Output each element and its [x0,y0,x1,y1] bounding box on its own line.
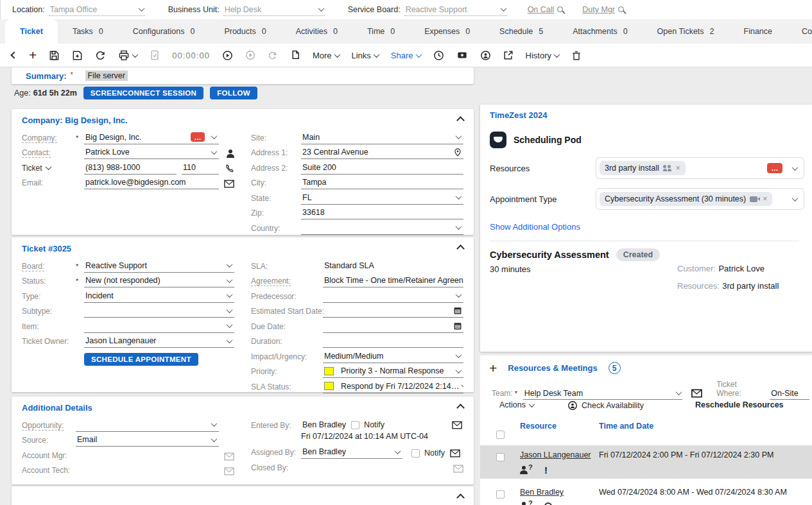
back-button[interactable] [12,53,17,58]
address1-input[interactable]: 23 Central Avenue [301,146,463,159]
expense-button[interactable] [456,50,468,60]
phone-icon[interactable] [225,164,234,173]
timezest-title[interactable]: TimeZest 2024 [490,110,547,120]
item-input[interactable] [84,320,234,333]
phone-input[interactable]: (813) 988-1000 [84,161,177,175]
priority-input[interactable]: Priority 3 - Normal Response [323,364,463,378]
location-pin-icon[interactable] [453,148,462,157]
resource-name-link[interactable]: Ben Bradley [520,488,564,497]
impact-urgency-input[interactable]: Medium/Medium [323,350,463,363]
opportunity-label[interactable]: Opportunity: [22,421,64,431]
start-timer-button[interactable] [222,50,233,61]
phone-ext-input[interactable]: 110 [182,161,219,175]
email-input[interactable]: patrick.love@bigdesign.com [84,176,219,189]
team-select[interactable]: Help Desk Team [523,387,683,400]
due-date-input[interactable] [323,320,463,333]
links-menu-button[interactable]: Links [352,51,379,60]
calendar-icon[interactable] [453,306,462,315]
notify-checkbox[interactable] [351,421,359,429]
type-input[interactable]: Incident [84,289,234,303]
resources-meetings-title[interactable]: Resources & Meetings [508,363,597,373]
remove-chip-icon[interactable]: × [676,164,680,173]
assigned-by-input[interactable]: Ben Bradley [301,445,402,459]
contact-card-button[interactable] [480,50,491,61]
screenconnect-session-button[interactable]: SCREENCONNECT SESSION [83,87,203,99]
estimated-start-input[interactable] [323,304,463,318]
add-resource-button[interactable]: + [489,363,497,373]
contact-label[interactable]: Contact: [22,148,51,158]
resources-alert-badge[interactable]: … [767,163,782,173]
tab[interactable]: Configurations 0 [118,19,210,44]
envelope-icon[interactable] [452,421,462,429]
table-row[interactable]: Ben Bradley Wed 07/24/2024 8:00 AM - Wed… [480,483,812,505]
notify-checkbox[interactable] [411,449,420,458]
refresh-button[interactable] [95,50,106,61]
show-additional-options-link[interactable]: Show Additional Options [490,222,580,232]
sla-status-input[interactable]: Respond by Fri 7/12/2024 2:14… [323,380,463,393]
table-row[interactable]: Jason LLangenauer Fri 07/12/2024 2:00 PM… [480,445,812,479]
follow-button[interactable]: FOLLOW [210,87,257,99]
country-input[interactable] [301,221,463,235]
new-ticket-button[interactable]: + [29,47,37,63]
reset-timer-button[interactable] [268,51,277,60]
save-and-close-button[interactable] [72,50,83,61]
reschedule-resources-button[interactable]: Reschedule Resources [695,400,784,409]
company-input[interactable]: Big Design, Inc. … [84,131,219,144]
tab[interactable]: Products 0 [209,19,281,44]
tab[interactable]: Finance [729,19,787,44]
appointment-type-chip[interactable]: Cybersecurity Assessment (30 minutes) × [600,192,772,206]
duration-input[interactable] [323,334,463,348]
remove-chip-icon[interactable]: × [763,194,767,203]
company-label[interactable]: Company: [22,133,57,143]
appointment-type-select[interactable]: Cybersecurity Assessment (30 minutes) × [596,188,804,210]
tab[interactable]: Tasks 0 [58,19,118,44]
open-in-new-button[interactable] [503,50,514,60]
actions-menu-button[interactable]: Actions [499,400,534,409]
contact-input[interactable]: Patrick Love [84,146,219,159]
schedule-appointment-button[interactable]: SCHEDULE APPOINTMENT [84,353,198,366]
calendar-icon[interactable] [453,321,462,330]
tab[interactable]: Time 0 [352,19,410,44]
tab[interactable]: Ticket [5,19,58,44]
duty-mgr-link[interactable]: Duty Mgr [582,5,624,14]
history-menu-button[interactable]: History [526,51,559,60]
state-input[interactable]: FL [301,191,463,205]
tab[interactable]: Conversions 0 [787,19,812,44]
opportunity-input[interactable] [76,418,219,432]
select-all-checkbox[interactable] [496,431,505,439]
ticket-where-input[interactable]: On-Site [770,387,809,400]
source-input[interactable]: Email [76,433,219,447]
save-button[interactable] [49,50,60,61]
envelope-icon[interactable] [691,389,702,398]
tab[interactable]: Schedule 5 [485,19,558,44]
copy-ticket-button[interactable] [289,50,300,61]
location-select[interactable]: Tampa Office [49,4,145,16]
zip-input[interactable]: 33618 [301,206,463,219]
envelope-icon[interactable] [450,449,460,458]
person-icon[interactable] [227,150,234,158]
delete-button[interactable] [571,50,582,61]
print-button[interactable] [118,50,137,61]
resource-name-link[interactable]: Jason LLangenauer [520,450,591,459]
site-input[interactable]: Main [301,131,463,144]
service-board-select[interactable]: Reactive Support [404,4,507,16]
row-checkbox[interactable] [496,453,505,461]
address2-input[interactable]: Suite 200 [301,161,463,175]
summary-input[interactable]: File server [85,71,128,81]
predecessor-input[interactable] [323,289,463,303]
on-call-link[interactable]: On Call [528,5,564,14]
resource-column-header[interactable]: Resource [520,422,557,431]
tab[interactable]: Open Tickets 2 [643,19,729,44]
tab[interactable]: Attachments 0 [558,19,642,44]
city-input[interactable]: Tampa [301,176,463,189]
collapse-section-icon[interactable] [456,493,465,502]
agreement-label[interactable]: Agreement: [251,277,291,286]
subtype-input[interactable] [84,304,234,318]
record-timer-button[interactable] [245,50,255,60]
resources-select[interactable]: 3rd party install × … [596,157,804,179]
board-label[interactable]: Board: [22,262,44,271]
envelope-icon[interactable] [224,180,234,188]
tab[interactable]: Expenses 0 [410,19,485,44]
share-menu-button[interactable]: Share [391,51,421,60]
company-alert-badge[interactable]: … [191,132,205,142]
